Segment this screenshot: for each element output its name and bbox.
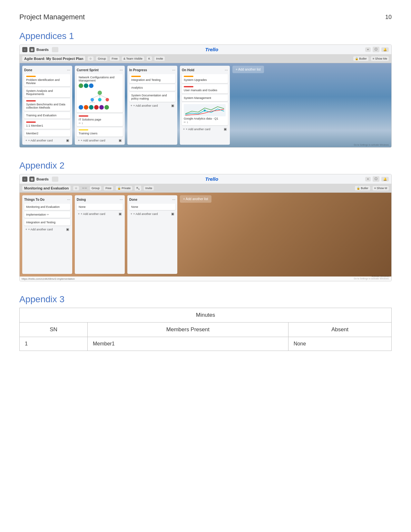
add-list-btn-1[interactable]: + Add another list	[232, 66, 264, 73]
add-list-btn-2[interactable]: + Add another list	[180, 195, 211, 203]
list-menu-progress[interactable]: ···	[172, 68, 175, 72]
card-integration-testing[interactable]: Integration and Testing	[129, 74, 175, 83]
svg-point-5	[98, 98, 102, 102]
k-btn-2[interactable]: Ks	[135, 186, 141, 191]
card-training-eval[interactable]: Training and Evaluation	[24, 112, 70, 119]
add-card-todo[interactable]: + + Add another card ▣	[24, 227, 70, 232]
trello-topbar-1: ⌂ ▦ Boards Trello + ⓘ 🔔	[20, 45, 391, 54]
list-title-done-2: Done	[129, 198, 137, 201]
group-btn-1[interactable]: Group	[96, 56, 107, 61]
card-training-users[interactable]: Training Users	[77, 128, 123, 137]
info-btn-1[interactable]: ⓘ	[373, 47, 379, 52]
info-btn-2[interactable]: ⓘ	[373, 176, 379, 182]
boards-icon-2[interactable]: ▦	[29, 177, 34, 182]
boards-label-2[interactable]: Boards	[36, 177, 49, 181]
boards-label-1[interactable]: Boards	[36, 48, 49, 52]
list-title-progress: In Progress	[129, 68, 147, 72]
team-visible-btn-1[interactable]: & Team Visible	[122, 56, 144, 61]
card-text: Monitoring and Evaluation	[26, 205, 60, 208]
card-icon: ▣	[119, 212, 122, 216]
group-btn-2[interactable]: Group	[90, 186, 101, 190]
appendix1-heading: Appendices 1	[19, 31, 392, 41]
search-box-1[interactable]	[52, 47, 58, 52]
add-card-progress[interactable]: + + Add another card ▣	[129, 103, 175, 108]
avatar-b5	[99, 105, 104, 110]
card-implementation[interactable]: Implementation ✏	[24, 211, 70, 218]
star-btn-1[interactable]: ☆	[88, 56, 93, 61]
home-icon-2[interactable]: ⌂	[22, 177, 27, 182]
card-benchmarks[interactable]: System Benchmarks and Data collection Me…	[24, 99, 70, 111]
appendix1-screenshot: ⌂ ▦ Boards Trello + ⓘ 🔔 Agile Board: My …	[19, 44, 392, 148]
card-none-done[interactable]: None	[129, 204, 175, 210]
card-none-doing[interactable]: None	[77, 204, 123, 210]
invite-btn-2[interactable]: Invite	[144, 186, 154, 190]
card-analytics[interactable]: Analytics	[129, 84, 175, 91]
list-menu-doing[interactable]: ···	[120, 197, 123, 202]
avatar-group-bottom	[79, 105, 121, 110]
page-number: 10	[385, 14, 392, 21]
plus-btn-2[interactable]: +	[365, 177, 371, 181]
card-member2[interactable]: Member2	[24, 130, 70, 137]
trello-logo-2: Trello	[60, 176, 363, 182]
card-icon: ▣	[66, 139, 69, 142]
card-text: Problem Identification and Review	[26, 78, 60, 85]
card-badge: ✏ 1	[79, 122, 121, 125]
home-icon[interactable]: ⌂	[22, 47, 27, 52]
board-titlebar-1: Agile Board: My Scool Project Plan ☆ Gro…	[20, 54, 391, 63]
card-google-analytics[interactable]: Google Analytics data - Q1 ✏ 1	[182, 102, 228, 125]
svg-point-11	[204, 110, 206, 111]
add-card-doing[interactable]: + + Add another card ▣	[77, 211, 123, 216]
add-card-done[interactable]: + + Add another card ▣	[24, 138, 70, 143]
plus-btn-1[interactable]: +	[365, 47, 371, 52]
card-system-mgmt[interactable]: System Management	[182, 95, 228, 101]
list-header-sprint: Current Sprint ···	[77, 68, 123, 72]
list-menu-sprint[interactable]: ···	[120, 68, 123, 72]
card-problem-id[interactable]: Problem Identification and Review	[24, 74, 70, 86]
plus-icon: +	[78, 139, 80, 142]
free-btn-2[interactable]: Free	[104, 186, 113, 190]
boards-icon[interactable]: ▦	[29, 47, 34, 52]
card-system-doc[interactable]: System Documentation and policy making	[129, 92, 175, 102]
card-text: None	[79, 205, 86, 208]
card-badge-ga: ✏ 1	[184, 121, 226, 124]
k-btn-1[interactable]: K	[147, 56, 152, 61]
add-card-done-2[interactable]: + + Add another card ▣	[129, 211, 175, 216]
plus-icon: +	[25, 228, 27, 231]
butler-btn-2[interactable]: 🔒 Butler	[355, 186, 370, 190]
card-1-1-member[interactable]: 1:1 Member1	[24, 120, 70, 129]
list-menu-done[interactable]: ···	[67, 68, 70, 72]
notification-btn-1[interactable]: 🔔	[381, 47, 389, 52]
card-icon: ▣	[224, 127, 227, 131]
list-menu-done-2[interactable]: ···	[172, 197, 175, 202]
card-it-solutions[interactable]: IT Solutions page ✏ 1	[77, 114, 123, 126]
show-menu-btn-1[interactable]: ≡ Show Me	[371, 56, 389, 61]
list-current-sprint: Current Sprint ··· Network Configuration…	[75, 66, 125, 145]
list-menu-hold[interactable]: ···	[225, 68, 228, 72]
card-integration-testing-2[interactable]: Integration and Testing	[24, 219, 70, 226]
card-network-config[interactable]: Network Configurations and Management	[77, 74, 123, 112]
list-header-progress: In Progress ···	[129, 68, 175, 72]
windows-watermark-1: Go to Settings to activate Windows.	[354, 144, 390, 146]
card-user-manuals[interactable]: User manuals and Guides	[182, 84, 228, 93]
minutes-table: Minutes SN Members Present Absent 1 Memb…	[19, 308, 392, 351]
card-monitoring-eval[interactable]: Monitoring and Evaluation	[24, 204, 70, 210]
notification-btn-2[interactable]: 🔔	[381, 177, 389, 181]
invite-btn-1[interactable]: Invite	[154, 56, 165, 61]
butler-btn-1[interactable]: 🔒 Butler	[353, 56, 368, 61]
star-btn-2[interactable]: ☆	[73, 186, 79, 190]
private-btn-2[interactable]: 🔒 Private	[116, 186, 132, 190]
show-menu-btn-2[interactable]: ≡ Show M	[373, 186, 389, 190]
appendix3-heading: Appendix 3	[19, 294, 392, 305]
cell-member-1: Member1	[87, 337, 288, 351]
card-text: Member2	[26, 132, 38, 135]
card-system-upgrades[interactable]: System Upgrades	[182, 74, 228, 83]
add-card-sprint[interactable]: + + Add another card ▣	[77, 138, 123, 143]
card-text: Analytics	[131, 86, 143, 89]
card-system-analysis[interactable]: System Analysis and Requirements	[24, 88, 70, 97]
add-card-hold[interactable]: + + Add another card ▣	[182, 127, 228, 131]
list-in-progress: In Progress ··· Integration and Testing …	[127, 66, 177, 145]
card-text: Network Configurations and Management	[79, 76, 114, 82]
free-btn-1[interactable]: Free	[110, 56, 119, 61]
list-menu-todo[interactable]: ···	[67, 197, 70, 202]
search-box-2[interactable]	[52, 177, 58, 182]
